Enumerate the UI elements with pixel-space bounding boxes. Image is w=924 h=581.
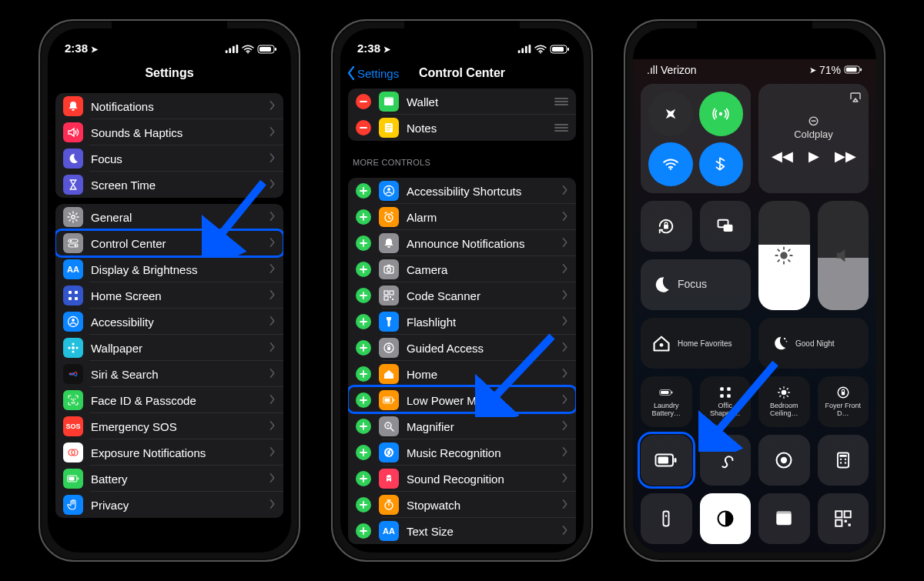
settings-row[interactable]: Exposure Notifications — [55, 439, 283, 466]
hk-tile-1[interactable]: Offic Shapes… — [700, 376, 752, 427]
focus-tile[interactable]: Focus — [641, 259, 751, 310]
wallet-icon — [379, 92, 399, 112]
brightness-slider[interactable] — [758, 201, 810, 310]
settings-row[interactable]: Siri & Search — [55, 361, 283, 387]
scene-home-favorites[interactable]: Home Favorites — [641, 318, 751, 369]
settings-row[interactable]: Home — [348, 361, 576, 387]
settings-row[interactable]: Alarm — [348, 204, 576, 230]
media-tile[interactable]: ⊝ Coldplay ◀◀ ▶ ▶▶ — [758, 84, 869, 193]
settings-row[interactable]: Screen Time — [55, 172, 283, 198]
settings-row[interactable]: Camera — [348, 256, 576, 282]
settings-row[interactable]: Wallet — [348, 88, 576, 115]
settings-row[interactable]: Low Power Mode — [348, 387, 576, 413]
settings-row[interactable]: Focus — [55, 145, 283, 172]
settings-row[interactable]: Wallpaper — [55, 335, 283, 361]
low-power-mode-tile[interactable] — [641, 435, 692, 486]
settings-row[interactable]: Code Scanner — [348, 282, 576, 309]
nav-bar: Settings — [48, 59, 291, 87]
media-prev[interactable]: ◀◀ — [772, 148, 793, 165]
battery-icon — [379, 390, 399, 410]
settings-row[interactable]: Home Screen — [55, 282, 283, 309]
settings-row[interactable]: Privacy — [55, 492, 283, 518]
settings-row[interactable]: Music Recognition — [348, 439, 576, 466]
scene-good-night[interactable]: Good Night — [758, 318, 869, 369]
media-device-icon: ⊝ — [794, 112, 833, 129]
chevron-icon — [270, 367, 276, 381]
settings-row[interactable]: Announce Notifications — [348, 230, 576, 256]
row-label: Face ID & Passcode — [91, 394, 270, 407]
airplane-toggle[interactable] — [648, 92, 693, 136]
add-button[interactable] — [356, 314, 371, 329]
settings-row[interactable]: Stopwatch — [348, 492, 576, 518]
darkmode-tile[interactable] — [700, 493, 752, 544]
media-next[interactable]: ▶▶ — [835, 148, 856, 165]
nav-back-button[interactable]: Settings — [346, 66, 399, 80]
media-play[interactable]: ▶ — [808, 148, 819, 165]
airplay-icon[interactable] — [849, 90, 862, 107]
wifi-icon — [242, 42, 254, 55]
magnifier-icon — [379, 416, 399, 436]
settings-row[interactable]: Accessibility Shortcuts — [348, 178, 576, 204]
row-label: Emergency SOS — [91, 420, 270, 433]
settings-row[interactable]: Notifications — [55, 93, 283, 119]
settings-row[interactable]: Sounds & Haptics — [55, 119, 283, 145]
add-button[interactable] — [356, 497, 371, 513]
hk-tile-0[interactable]: Laundry Battery… — [641, 376, 692, 427]
settings-row[interactable]: Accessibility — [55, 309, 283, 335]
row-label: Battery — [91, 472, 270, 486]
row-label: Focus — [91, 152, 270, 165]
reorder-grip[interactable] — [554, 98, 568, 105]
add-button[interactable] — [356, 262, 371, 277]
settings-row[interactable]: Flashlight — [348, 309, 576, 335]
chevron-icon — [270, 236, 276, 250]
hearing-tile[interactable] — [700, 435, 752, 486]
settings-row[interactable]: Control Center — [55, 230, 283, 256]
chevron-icon — [562, 184, 568, 198]
settings-row[interactable]: AA Text Size — [348, 518, 576, 544]
settings-row[interactable]: Face ID & Passcode — [55, 387, 283, 413]
calculator-tile[interactable] — [818, 435, 869, 486]
remote-tile[interactable] — [641, 493, 692, 544]
qr-tile[interactable] — [818, 493, 869, 544]
hk-tile-2[interactable]: Bedroom Ceiling… — [758, 376, 810, 427]
connectivity-tile[interactable] — [641, 84, 751, 193]
add-button[interactable] — [356, 209, 371, 225]
add-button[interactable] — [356, 340, 371, 356]
settings-row[interactable]: Notes — [348, 115, 576, 141]
bluetooth-toggle[interactable] — [699, 142, 744, 187]
wifi-toggle[interactable] — [648, 142, 693, 187]
settings-row[interactable]: Magnifier — [348, 413, 576, 439]
add-button[interactable] — [356, 523, 371, 539]
hk-tile-3[interactable]: Foyer Front D… — [818, 376, 869, 427]
volume-slider[interactable] — [818, 201, 869, 310]
remove-button[interactable] — [356, 94, 371, 109]
add-button[interactable] — [356, 183, 371, 199]
add-button[interactable] — [356, 471, 371, 486]
wallet-tile[interactable] — [758, 493, 810, 544]
add-button[interactable] — [356, 288, 371, 303]
orientation-lock-tile[interactable] — [641, 201, 692, 252]
switches-icon — [63, 233, 83, 253]
screen-mirroring-tile[interactable] — [700, 201, 752, 252]
settings-row[interactable]: AA Display & Brightness — [55, 256, 283, 282]
cellular-toggle[interactable] — [699, 92, 744, 136]
location-icon: ➤ — [383, 45, 390, 54]
bell-icon — [379, 233, 399, 253]
reorder-grip[interactable] — [554, 124, 568, 132]
AA-icon: AA — [379, 521, 399, 541]
add-button[interactable] — [356, 419, 371, 434]
settings-row[interactable]: Guided Access — [348, 335, 576, 361]
settings-row[interactable]: SOS Emergency SOS — [55, 413, 283, 439]
settings-row[interactable]: Sound Recognition — [348, 466, 576, 492]
settings-row[interactable]: General — [55, 204, 283, 230]
add-button[interactable] — [356, 366, 371, 382]
screen-record-tile[interactable] — [758, 435, 810, 486]
grid-icon — [63, 285, 83, 306]
chevron-icon — [270, 210, 276, 224]
add-button[interactable] — [356, 445, 371, 460]
media-title: Coldplay — [794, 129, 833, 140]
add-button[interactable] — [356, 392, 371, 408]
add-button[interactable] — [356, 235, 371, 251]
remove-button[interactable] — [356, 120, 371, 135]
settings-row[interactable]: Battery — [55, 466, 283, 492]
